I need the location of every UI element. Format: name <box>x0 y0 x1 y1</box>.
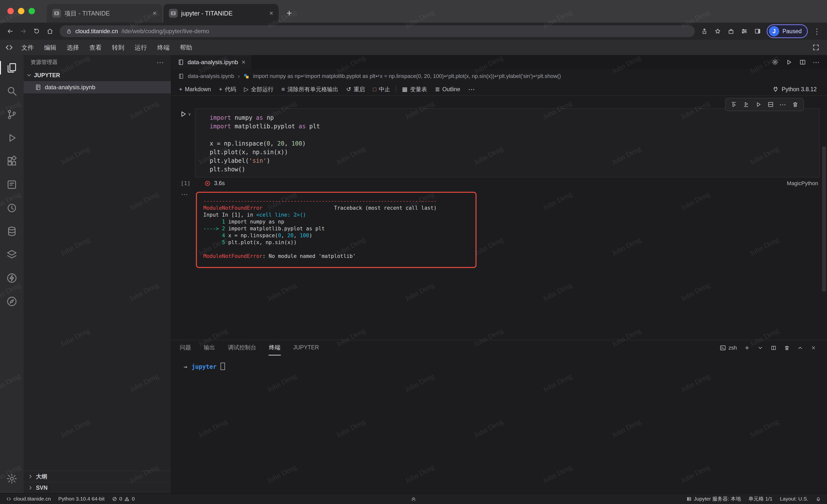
zoom-window-button[interactable] <box>29 8 35 14</box>
explorer-icon[interactable] <box>0 56 23 79</box>
extensions-icon[interactable] <box>0 150 23 173</box>
run-cell-button[interactable]: ∨ <box>177 110 193 118</box>
menu-item[interactable]: 转到 <box>107 44 130 52</box>
keyboard-layout-indicator[interactable]: Layout: U.S. <box>776 496 812 502</box>
clear-outputs-button[interactable]: ≡清除所有单元格输出 <box>278 84 342 95</box>
editor-more-actions-icon[interactable]: ⋯ <box>810 56 823 68</box>
cell-position-indicator[interactable]: 单元格 1/1 <box>744 495 776 502</box>
run-all-icon[interactable] <box>783 56 795 68</box>
terminal-dropdown-chevron-icon[interactable] <box>755 342 766 353</box>
output-collapse-icon[interactable]: ⋯ <box>181 190 188 199</box>
reload-button[interactable] <box>30 24 43 38</box>
delete-cell-icon[interactable] <box>790 100 801 109</box>
panel-tab[interactable]: 终端 <box>269 340 281 355</box>
browser-tab-jupyter[interactable]: jupyter - TITANIDE × <box>163 4 279 22</box>
more-actions-icon[interactable]: ⋯ <box>156 58 164 67</box>
sidebar-section-svn[interactable]: SVN <box>23 482 171 493</box>
close-tab-icon[interactable]: × <box>153 10 156 17</box>
zap-icon[interactable] <box>0 266 23 290</box>
browser-menu-kebab-icon[interactable]: ⋮ <box>810 24 824 38</box>
profile-chip[interactable]: J Paused <box>767 24 808 38</box>
forward-button[interactable] <box>17 24 30 38</box>
close-panel-icon[interactable]: × <box>808 342 819 353</box>
share-icon[interactable] <box>698 24 711 38</box>
address-bar[interactable]: cloud.titanide.cn/ide/web/coding/jupyter… <box>59 25 695 37</box>
execute-cell-icon[interactable] <box>753 100 764 109</box>
run-below-icon[interactable] <box>740 100 752 109</box>
python-interpreter[interactable]: Python 3.10.4 64-bit <box>55 494 108 504</box>
panel-tab[interactable]: 问题 <box>179 340 192 355</box>
close-tab-icon[interactable]: × <box>269 10 273 17</box>
extensions-puzzle-icon[interactable] <box>724 24 738 38</box>
panel-tab[interactable]: JUPYTER <box>293 340 320 355</box>
variables-button[interactable]: ▦变量表 <box>398 84 431 95</box>
source-control-icon[interactable] <box>0 103 23 126</box>
breadcrumb-file[interactable]: data-analysis.ipynb <box>188 73 234 79</box>
cell-language-mode[interactable]: MagicPython <box>787 180 818 186</box>
back-button[interactable] <box>3 24 17 38</box>
sidebar-title: 资源管理器 <box>31 58 58 66</box>
editor-scrollbar[interactable] <box>822 147 826 292</box>
maximize-panel-icon[interactable] <box>794 342 806 353</box>
menu-item[interactable]: 文件 <box>16 44 39 52</box>
notebook-settings-gear-icon[interactable] <box>769 56 781 68</box>
toolbar-more-actions-icon[interactable]: ⋯ <box>465 84 479 95</box>
code-cell[interactable]: import numpy as npimport matplotlib.pypl… <box>195 108 820 177</box>
notebook-panel-icon[interactable] <box>0 173 23 196</box>
cell-more-actions-icon[interactable]: ⋯ <box>777 100 789 109</box>
sidebar-item-notebook[interactable]: data-analysis.ipynb <box>23 81 171 94</box>
minimize-window-button[interactable] <box>18 8 25 14</box>
panel-tab[interactable]: 输出 <box>203 340 215 355</box>
problems-indicator[interactable]: 0 0 <box>108 494 138 504</box>
outline-button[interactable]: ≣Outline <box>431 84 464 95</box>
fullscreen-icon[interactable] <box>812 44 825 51</box>
history-clock-icon[interactable] <box>0 196 23 220</box>
run-above-icon[interactable] <box>728 100 739 109</box>
menu-item[interactable]: 查看 <box>84 44 107 52</box>
add-markdown-button[interactable]: +Markdown <box>175 84 214 95</box>
restart-kernel-button[interactable]: ↺重启 <box>343 84 369 95</box>
remote-indicator[interactable]: cloud.titanide.cn <box>2 494 55 504</box>
database-icon[interactable] <box>0 220 23 243</box>
terminal-profile-chip[interactable]: zsh <box>720 345 737 351</box>
cell-code[interactable]: import numpy as npimport matplotlib.pypl… <box>210 114 819 174</box>
compass-icon[interactable] <box>0 290 23 313</box>
add-code-button[interactable]: +代码 <box>215 84 240 95</box>
side-panel-icon[interactable] <box>751 24 764 38</box>
menu-item[interactable]: 选择 <box>61 44 84 52</box>
settings-gear-icon[interactable] <box>0 467 23 490</box>
browser-tab-project[interactable]: 项目 - TITANIDE × <box>47 4 162 22</box>
notebook-file-icon <box>178 73 184 79</box>
run-all-button[interactable]: ▷全部运行 <box>240 84 277 95</box>
double-chevron-up-icon[interactable] <box>410 496 417 502</box>
bookmark-star-icon[interactable] <box>711 24 724 38</box>
kernel-picker[interactable]: Python 3.8.12 <box>772 86 823 93</box>
menu-item[interactable]: 终端 <box>152 44 175 52</box>
home-button[interactable] <box>43 24 57 38</box>
terminal[interactable]: →jupyter <box>171 355 827 493</box>
split-terminal-icon[interactable] <box>768 342 779 353</box>
panel-tab[interactable]: 调试控制台 <box>228 340 257 355</box>
editor-tab-notebook[interactable]: data-analysis.ipynb × <box>171 55 252 69</box>
notifications-bell-icon[interactable] <box>812 496 825 502</box>
search-icon[interactable] <box>0 79 23 103</box>
tune-icon[interactable] <box>738 24 751 38</box>
menu-item[interactable]: 帮助 <box>175 44 197 52</box>
split-cell-icon[interactable] <box>765 100 776 109</box>
breadcrumb-cell-preview[interactable]: import numpy as np↵import matplotlib.pyp… <box>253 73 561 79</box>
run-dropdown-chevron-icon[interactable]: ∨ <box>188 112 191 117</box>
interrupt-kernel-button[interactable]: □中止 <box>369 84 394 95</box>
close-window-button[interactable] <box>7 8 14 14</box>
jupyter-server-indicator[interactable]: Jupyter 服务器: 本地 <box>683 495 744 502</box>
close-editor-tab-icon[interactable]: × <box>241 58 245 66</box>
menu-item[interactable]: 编辑 <box>39 44 61 52</box>
split-editor-icon[interactable] <box>796 56 809 68</box>
sidebar-section-jupyter[interactable]: JUPYTER <box>23 69 171 81</box>
new-terminal-icon[interactable]: + <box>741 342 753 353</box>
menu-item[interactable]: 运行 <box>130 44 152 52</box>
run-debug-icon[interactable] <box>0 126 23 150</box>
new-tab-button[interactable]: + <box>282 6 296 20</box>
layers-icon[interactable] <box>0 243 23 266</box>
sidebar-section-outline[interactable]: 大纲 <box>23 470 171 482</box>
kill-terminal-icon[interactable] <box>781 342 792 353</box>
